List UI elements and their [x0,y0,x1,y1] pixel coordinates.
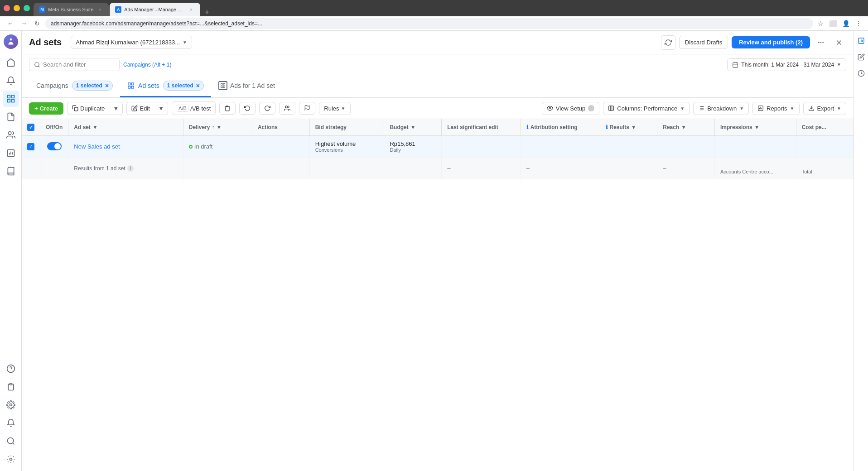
refresh-btn[interactable]: ↻ [33,18,42,29]
back-btn[interactable]: ← [5,18,15,29]
search-box[interactable] [29,58,120,71]
edit-button[interactable]: Edit [126,102,154,115]
profile-icon[interactable]: 👤 [841,19,851,28]
redo-button[interactable] [259,102,275,115]
sidebar-item-grid[interactable] [3,91,19,107]
view-setup-button[interactable]: View Setup [542,102,600,115]
duplicate-button[interactable]: Duplicate [67,102,109,115]
create-button[interactable]: + Create [29,102,63,115]
browser-close-btn[interactable] [4,5,10,11]
table-row: ✓ New Sales ad set [22,136,854,158]
export-button[interactable]: Export ▼ [803,102,846,115]
row-toggle-cell[interactable] [40,136,68,158]
new-tab-btn[interactable]: + [201,8,212,16]
right-chart-icon[interactable] [855,34,868,47]
breakdown-button[interactable]: Breakdown ▼ [693,102,749,115]
tab-ads[interactable]: A Ads Manager - Manage ads - × [110,3,200,16]
avatar[interactable] [4,34,18,49]
flag-icon [304,105,310,111]
filter-bar: Campaigns (Alt + 1) This month: 1 Mar 20… [22,54,854,75]
date-range-selector[interactable]: This month: 1 Mar 2024 - 31 Mar 2024 ▼ [727,58,846,71]
account-selector[interactable]: Ahmad Rizqi Kurnaiwan (6721218333... ▼ [71,36,192,49]
th-impressions[interactable]: Impressions ▼ [714,119,796,136]
columns-button[interactable]: Columns: Performance ▼ [603,102,690,115]
sidebar-item-notifications[interactable] [3,72,19,89]
th-reach[interactable]: Reach ▼ [657,119,715,136]
tab-campaigns[interactable]: Campaigns 1 selected × [29,75,120,97]
th-budget[interactable]: Budget ▼ [384,119,442,136]
more-options-button[interactable] [814,35,828,50]
rules-button[interactable]: Rules ▼ [319,102,350,115]
refresh-btn[interactable] [661,35,675,50]
search-input[interactable] [43,61,111,68]
th-delivery[interactable]: Delivery ↑ ▼ [183,119,252,136]
row-checkbox[interactable]: ✓ [27,143,34,150]
sidebar-item-people[interactable] [3,127,19,143]
campaigns-selected-badge[interactable]: 1 selected × [72,81,113,91]
delivery-sort-icon: ↑ [212,124,215,130]
undo-button[interactable] [239,102,256,115]
browser-min-btn[interactable] [14,5,20,11]
tab-adsets[interactable]: Ad sets 1 selected × [120,75,211,97]
sidebar-item-bell[interactable] [3,415,19,431]
impressions-filter-icon[interactable]: ▼ [754,124,760,130]
campaigns-deselect-btn[interactable]: × [105,82,109,89]
right-clock-icon[interactable] [855,67,868,80]
duplicate-dropdown-btn[interactable]: ▼ [109,102,123,115]
row-checkbox-cell[interactable]: ✓ [22,136,40,158]
flag-button[interactable] [299,102,315,115]
sidebar-item-pages[interactable] [3,109,19,125]
discard-drafts-button[interactable]: Discard Drafts [679,36,728,49]
totals-info-icon[interactable]: i [127,165,134,172]
tab-meta-title: Meta Business Suite [48,7,93,12]
sidebar-item-question[interactable] [3,360,19,377]
th-checkbox[interactable]: ✓ [22,119,40,136]
adset-filter-icon[interactable]: ▼ [92,124,98,130]
campaigns-shortcut[interactable]: Campaigns (Alt + 1) [123,62,171,68]
results-filter-icon[interactable]: ▼ [631,124,637,130]
menu-icon[interactable]: ⋮ [854,19,863,28]
meta-favicon: M [39,6,45,13]
right-edit-icon[interactable] [855,51,868,63]
tab-meta-close[interactable]: × [96,6,103,13]
reports-button[interactable]: Reports ▼ [752,102,799,115]
browser-max-btn[interactable] [24,5,30,11]
th-results[interactable]: ℹ Results ▼ [600,119,657,136]
sidebar-item-receipt[interactable] [3,379,19,395]
people-button[interactable] [279,102,295,115]
ab-test-button[interactable]: A/B A/B test [172,101,216,115]
tab-ads-close[interactable]: × [188,6,195,13]
page-title: Ad sets [29,37,62,48]
delivery-filter-icon[interactable]: ▼ [217,124,222,130]
forward-btn[interactable]: → [19,18,29,29]
sidebar-item-gear[interactable] [3,451,19,467]
adsets-deselect-btn[interactable]: × [196,82,200,89]
budget-filter-icon[interactable]: ▼ [410,124,416,130]
sidebar-item-search[interactable] [3,433,19,449]
reach-filter-icon[interactable]: ▼ [681,124,686,130]
adsets-selected-badge[interactable]: 1 selected × [163,81,204,91]
th-adset[interactable]: Ad set ▼ [68,119,183,136]
sidebar-item-home[interactable] [3,54,19,71]
close-button[interactable] [832,35,846,50]
sidebar-item-reports[interactable] [3,145,19,161]
tab-meta[interactable]: M Meta Business Suite × [34,3,109,16]
bookmark-icon[interactable]: ☆ [817,19,825,28]
tab-ads[interactable]: Ads for 1 Ad set [211,76,282,97]
results-info-icon[interactable]: ℹ [606,124,608,130]
ad-sets-table: ✓ Off/On Ad set ▼ [22,119,854,179]
info-icon[interactable]: ℹ [526,124,529,130]
url-bar[interactable]: adsmanager.facebook.com/adsmanager/manag… [45,18,813,29]
delete-button[interactable] [219,102,236,115]
totals-label-cell: Results from 1 ad set i [68,158,183,179]
row-toggle[interactable] [47,142,62,150]
date-range-text: This month: 1 Mar 2024 - 31 Mar 2024 [741,62,834,68]
edit-dropdown-btn[interactable]: ▼ [154,102,168,115]
sidebar-item-settings[interactable] [3,397,19,413]
draft-dot [189,145,193,149]
select-all-checkbox[interactable]: ✓ [27,124,34,131]
review-publish-button[interactable]: Review and publish (2) [732,36,810,48]
tablet-icon[interactable]: ⬜ [828,19,838,28]
adset-name-link[interactable]: New Sales ad set [74,143,120,150]
sidebar-item-books[interactable] [3,163,19,179]
